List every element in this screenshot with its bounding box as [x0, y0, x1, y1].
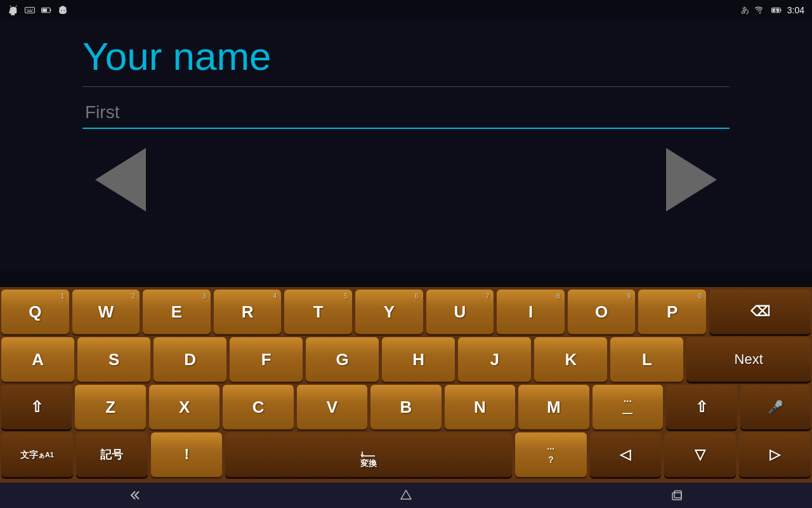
- key-z[interactable]: Z: [75, 385, 145, 429]
- battery-charging-icon: [771, 4, 782, 16]
- key-backspace[interactable]: ⌫: [709, 290, 811, 334]
- keyboard-icon: [24, 4, 36, 16]
- svg-line-3: [16, 6, 17, 7]
- key-o[interactable]: O9: [568, 290, 636, 334]
- keyboard-row-3: ⇧ Z X C V B N M ···— ⇧ 🎤: [1, 385, 811, 429]
- key-h[interactable]: H: [382, 337, 455, 382]
- svg-rect-4: [25, 8, 35, 13]
- key-y[interactable]: Y6: [355, 290, 423, 334]
- nav-recents-button[interactable]: [658, 486, 696, 505]
- status-time: 3:04: [787, 5, 804, 15]
- svg-point-14: [64, 10, 65, 11]
- key-c[interactable]: C: [223, 385, 293, 429]
- key-a[interactable]: A: [1, 337, 74, 382]
- android-icon: [8, 4, 19, 16]
- page-title: Your name: [82, 33, 730, 80]
- key-r[interactable]: R4: [214, 290, 282, 334]
- key-shift-right[interactable]: ⇧: [666, 385, 737, 429]
- name-input-container: [82, 97, 730, 129]
- key-space[interactable]: 変換: [225, 432, 511, 477]
- key-p[interactable]: P0: [638, 290, 706, 334]
- nav-back-button[interactable]: [116, 486, 154, 505]
- key-question[interactable]: ···？: [515, 432, 587, 477]
- keyboard-row-2: A S D F G H J K L Next: [1, 337, 811, 382]
- cat-icon: [57, 4, 69, 16]
- key-t[interactable]: T5: [284, 290, 352, 334]
- wifi-icon: [754, 4, 766, 16]
- nav-home-button[interactable]: [387, 486, 425, 505]
- key-nav-down[interactable]: ▽: [664, 432, 736, 477]
- key-shift-left[interactable]: ⇧: [1, 385, 72, 429]
- key-next[interactable]: Next: [686, 337, 811, 382]
- key-k[interactable]: K: [534, 337, 607, 382]
- key-d[interactable]: D: [154, 337, 226, 382]
- divider: [82, 86, 730, 87]
- key-m[interactable]: M: [518, 385, 589, 429]
- key-s[interactable]: S: [77, 337, 150, 382]
- status-left-icons: [8, 4, 69, 16]
- svg-rect-12: [43, 8, 48, 11]
- status-right-icons: あ 3:04: [741, 4, 804, 16]
- keyboard: Q1 W2 E3 R4 T5 Y6 U7 I8 O9 P0 ⌫ A S D F …: [0, 287, 812, 483]
- key-i[interactable]: I8: [497, 290, 565, 334]
- nav-bar: [0, 483, 812, 508]
- key-v[interactable]: V: [297, 385, 367, 429]
- svg-rect-19: [672, 493, 681, 500]
- key-l[interactable]: L: [610, 337, 683, 382]
- key-u[interactable]: U7: [426, 290, 494, 334]
- nav-arrows: [82, 148, 730, 211]
- key-e[interactable]: E3: [143, 290, 211, 334]
- key-mic[interactable]: 🎤: [740, 385, 811, 429]
- svg-rect-20: [674, 491, 681, 498]
- svg-line-2: [10, 6, 11, 7]
- status-bar: あ 3:04: [0, 0, 812, 20]
- key-j[interactable]: J: [458, 337, 531, 382]
- svg-rect-11: [50, 10, 51, 11]
- keyboard-row-1: Q1 W2 E3 R4 T5 Y6 U7 I8 O9 P0 ⌫: [1, 290, 811, 334]
- key-b[interactable]: B: [370, 385, 441, 429]
- svg-marker-18: [401, 490, 411, 499]
- svg-rect-16: [780, 10, 782, 11]
- first-name-input[interactable]: [82, 97, 730, 129]
- keyboard-row-4: 文字ぁA1 記号 ！ 変換 ···？ ◁ ▽ ▷: [1, 432, 811, 477]
- battery-icon-left: [41, 4, 52, 16]
- key-w[interactable]: W2: [72, 290, 140, 334]
- key-kana[interactable]: 文字ぁA1: [1, 432, 73, 477]
- key-symbol[interactable]: 記号: [76, 432, 148, 477]
- arrow-left[interactable]: [95, 148, 146, 211]
- main-content: Your name: [0, 20, 812, 271]
- key-nav-back[interactable]: ◁: [590, 432, 662, 477]
- key-n[interactable]: N: [445, 385, 515, 429]
- key-g[interactable]: G: [306, 337, 379, 382]
- key-nav-forward[interactable]: ▷: [739, 432, 811, 477]
- key-exclaim[interactable]: ！: [151, 432, 223, 477]
- key-q[interactable]: Q1: [1, 290, 69, 334]
- key-ellipsis-dash[interactable]: ···—: [593, 385, 663, 429]
- key-x[interactable]: X: [149, 385, 219, 429]
- key-f[interactable]: F: [230, 337, 303, 382]
- svg-point-13: [61, 10, 62, 11]
- japanese-input-icon: あ: [741, 4, 749, 16]
- arrow-right[interactable]: [666, 148, 717, 211]
